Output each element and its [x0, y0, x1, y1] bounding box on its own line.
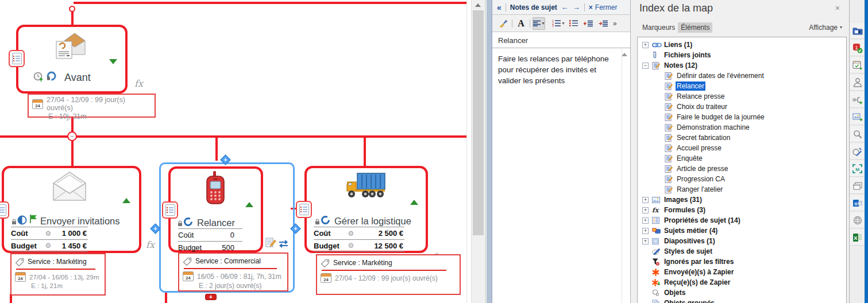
index-tree-item-envoye-zapier[interactable]: Envoyé(e)(s) à Zapier — [638, 267, 846, 277]
index-tree-item-objets-groupes[interactable]: Objets groupés — [638, 298, 846, 303]
panel-splitter[interactable] — [487, 0, 492, 303]
right-sidebar: 1 M — [849, 0, 865, 303]
index-tree-item-note[interactable]: Démonstration machine — [638, 122, 846, 133]
add-subtopic-button[interactable]: + — [205, 294, 217, 300]
topic-info-avant: 24 27/04 - 12/09 : 99 jour(s) ouvré(s) E… — [28, 94, 156, 118]
notes-indicator-icon[interactable] — [162, 201, 178, 219]
collapse-panel-button[interactable]: « — [497, 3, 501, 12]
indent-button[interactable] — [597, 17, 609, 30]
notes-indicator-icon[interactable] — [0, 201, 9, 219]
link-icon — [652, 42, 663, 48]
divider — [584, 3, 585, 11]
fit-map-button[interactable]: M — [850, 161, 865, 177]
folder-button[interactable] — [850, 23, 865, 39]
index-tree-item-note[interactable]: Définir dates de l'événement — [638, 71, 846, 81]
index-tree-item-note[interactable]: Progression CA — [638, 174, 846, 184]
edit-pen-button[interactable] — [850, 143, 865, 160]
topic-gerer-logistique[interactable]: Gérer la logistique Coût ⚙ 2 500 € Budge… — [304, 166, 428, 253]
svg-text:1: 1 — [855, 44, 858, 50]
index-tree-item-objets[interactable]: Objets — [638, 288, 846, 298]
scroll-up-icon[interactable] — [622, 53, 627, 56]
index-tree-item-note[interactable]: Faire le budget de la journée — [638, 112, 846, 122]
expand-toggle-icon[interactable]: + — [642, 217, 649, 224]
notes-indicator-icon[interactable] — [9, 50, 25, 67]
collapse-arrow-icon[interactable] — [109, 59, 117, 64]
index-tree-item-notes[interactable]: − Notes (12) — [638, 60, 846, 71]
align-button[interactable]: ▾ — [533, 17, 545, 30]
image-add-button[interactable] — [850, 109, 865, 125]
scrollbar-thumb[interactable] — [473, 10, 484, 235]
index-tree-item-diapositives[interactable]: + Diapositives (1) — [638, 236, 846, 246]
index-tree-item-note[interactable]: Enquête — [638, 153, 846, 164]
index-tree-item-images[interactable]: + Images (31) — [638, 195, 846, 205]
topic-avant[interactable]: Avant — [16, 25, 128, 94]
index-tree-item-liens[interactable]: + Liens (1) — [638, 40, 846, 50]
note-edit-icon[interactable] — [265, 238, 276, 248]
index-tree-item-styles[interactable]: Styles de sujet — [638, 246, 846, 257]
tab-elements[interactable]: Éléments — [678, 22, 712, 33]
index-tree-item-note[interactable]: Accueil presse — [638, 143, 846, 153]
branch-collapse-button[interactable]: − — [67, 131, 77, 141]
notes-indicator-icon[interactable] — [296, 201, 312, 218]
index-tree-item-recu-zapier[interactable]: Reçu(e)(s) de Zapier — [638, 277, 846, 288]
map-scrollbar[interactable] — [471, 0, 484, 303]
expand-toggle-icon[interactable]: + — [642, 42, 649, 48]
numbered-list-button[interactable]: 123 ▾ — [552, 17, 565, 30]
display-menu-button[interactable]: Affichage ▾ — [809, 24, 842, 32]
date-range: 27/04 - 12/09 : 99 jour(s) ouvré(s) — [47, 96, 151, 112]
chevron-down-icon: ▾ — [542, 21, 544, 26]
format-painter-button[interactable] — [497, 17, 510, 30]
index-tree-item-note[interactable]: Ranger l'atelier — [638, 184, 846, 195]
notes-editor[interactable]: Relancer Faire les relances par téléphon… — [492, 32, 630, 303]
index-tree-item-fichiers-joints[interactable]: Fichiers joints — [638, 50, 846, 60]
svg-text:M: M — [855, 166, 859, 172]
map-canvas[interactable]: − Avant fx — [0, 0, 466, 303]
collapse-arrow-icon[interactable] — [122, 198, 130, 203]
relationship-flow-icon[interactable] — [277, 239, 290, 248]
note-body[interactable]: Faire les relances par téléphone pour ré… — [492, 48, 622, 91]
close-panel-button[interactable]: × Fermer — [589, 3, 618, 11]
nav-forward-button[interactable]: → — [573, 3, 580, 11]
expand-toggle-icon[interactable]: + — [642, 207, 649, 213]
contact-button[interactable] — [850, 75, 865, 91]
topic-add-button[interactable] — [850, 92, 865, 108]
index-tree-item-sujets-metier[interactable]: + Sujets métier (4) — [638, 226, 846, 236]
index-tree-item-note[interactable]: Choix du traiteur — [638, 102, 846, 112]
close-icon[interactable]: × — [835, 3, 840, 13]
index-tree-item-note[interactable]: Secret fabrication — [638, 133, 846, 143]
excel-button[interactable]: X — [850, 230, 865, 246]
index-tree-item-ignores-filtres[interactable]: Ignorés par les filtres — [638, 257, 846, 267]
topic-envoyer-invitations[interactable]: Envoyer invitations Coût ⚙ 1 000 € Budge… — [2, 166, 141, 253]
web-button[interactable] — [850, 212, 865, 228]
calendar-add-button[interactable] — [850, 57, 865, 73]
index-tree-item-proprietes[interactable]: + Propriétés de sujet (14) — [638, 215, 846, 226]
topic-title: Relancer — [197, 217, 235, 228]
outdent-button[interactable] — [582, 17, 595, 30]
outlook-button[interactable]: o — [850, 195, 865, 211]
toolbar-overflow-button[interactable]: » — [613, 20, 617, 28]
expand-toggle-icon[interactable]: + — [642, 197, 649, 203]
collapse-arrow-icon[interactable] — [410, 200, 418, 205]
index-tree-item-note[interactable]: Article de presse — [638, 164, 846, 174]
calendar-icon: 24 — [15, 272, 26, 282]
tab-marqueurs[interactable]: Marqueurs — [639, 22, 678, 33]
search-button[interactable] — [850, 126, 865, 142]
index-tree-item-note-selected[interactable]: Relancer — [638, 81, 846, 91]
bullet-list-button[interactable] — [567, 17, 580, 30]
gear-icon: ⚙ — [344, 242, 358, 249]
close-icon: × — [589, 3, 593, 11]
collapse-toggle-icon[interactable]: − — [642, 63, 649, 69]
font-button[interactable]: A — [515, 17, 527, 30]
nav-back-button[interactable]: ← — [561, 3, 569, 11]
expand-toggle-icon[interactable]: + — [642, 238, 649, 244]
scroll-up-icon[interactable] — [475, 3, 481, 7]
index-tree-item-formules[interactable]: + fx Formules (3) — [638, 205, 846, 215]
sync-status-button[interactable]: 1 — [850, 40, 865, 56]
branch-junction[interactable] — [69, 6, 75, 12]
expand-toggle-icon[interactable]: + — [642, 228, 649, 234]
collapse-arrow-icon[interactable] — [245, 202, 253, 207]
index-tree[interactable]: + Liens (1) Fichiers joints − Notes (12)… — [637, 37, 847, 303]
topic-relancer[interactable]: Relancer Coût 0 Budget 500 — [168, 166, 263, 252]
index-tree-item-note[interactable]: Relance presse — [638, 91, 846, 102]
window-button[interactable] — [850, 178, 865, 194]
